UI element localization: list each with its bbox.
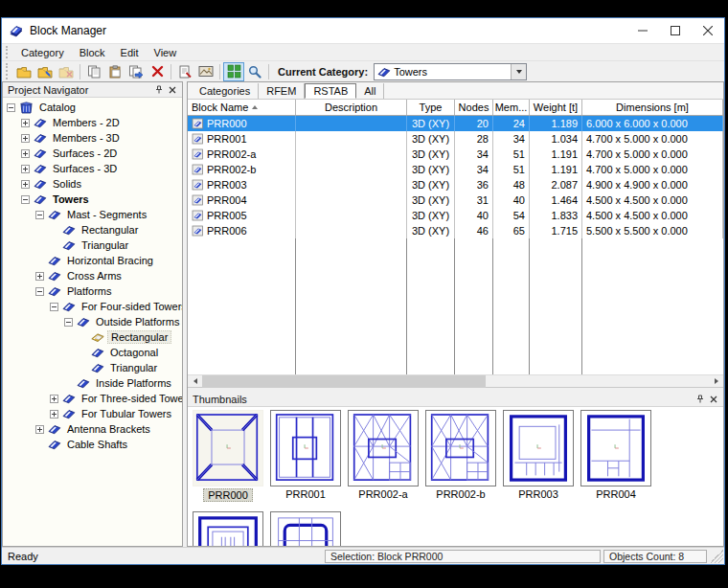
tree-item-solids[interactable]: Solids [3,176,182,192]
column-header-dimensions[interactable]: Dimensions [m] [582,100,723,115]
column-header-type[interactable]: Type [407,100,455,115]
tree-item-catalog[interactable]: Catalog [3,100,182,115]
expand-plus-icon[interactable] [21,119,30,127]
tree-item-surfaces-3d[interactable]: Surfaces - 3D [3,161,182,176]
menu-edit[interactable]: Edit [113,46,147,59]
horizontal-scrollbar[interactable] [188,374,723,387]
maximize-button[interactable] [659,18,692,43]
scroll-left-icon[interactable] [188,375,202,388]
close-icon[interactable] [707,393,720,405]
thumbnail-PRR002-b[interactable]: PRR002-b [424,410,497,502]
menu-grip[interactable] [6,46,11,59]
expand-plus-icon[interactable] [35,425,44,434]
expand-plus-icon[interactable] [21,134,30,143]
tree-item-for-three-sided-towers[interactable]: For Three-sided Towers [3,391,182,406]
tree-item-towers[interactable]: Towers [3,192,182,207]
tree-item-cable-shafts[interactable]: Cable Shafts [3,437,182,452]
tree-item-triangular[interactable]: Triangular [3,360,182,375]
copy-icon[interactable] [83,62,104,81]
expand-plus-icon[interactable] [21,165,30,173]
table-row-PRR004[interactable]: PRR0043D (XY)31401.4644.500 x 4.500 x 0.… [188,192,723,208]
thumbnail-PRR002-a[interactable]: PRR002-a [347,410,420,502]
table-row-PRR002-a[interactable]: PRR002-a3D (XY)34511.1914.700 x 5.000 x … [188,147,723,162]
column-guide-line [582,238,723,374]
tree-item-rectangular[interactable]: Rectangular [3,222,182,237]
cell-description [296,162,407,177]
tab-all[interactable]: All [356,83,384,99]
collapse-minus-icon[interactable] [7,103,15,112]
thumbnail-PRR001[interactable]: PRR001 [269,410,342,502]
table-row-PRR003[interactable]: PRR0033D (XY)36482.0874.900 x 4.900 x 0.… [188,177,723,192]
tree-item-members-2d[interactable]: Members - 2D [3,115,182,130]
tree-item-rectangular[interactable]: Rectangular [3,329,182,345]
tab-rfem[interactable]: RFEM [259,83,305,99]
column-header-name[interactable]: Block Name [188,100,296,115]
collapse-minus-icon[interactable] [50,303,58,311]
table-row-PRR002-b[interactable]: PRR002-b3D (XY)34511.1914.700 x 5.000 x … [188,162,723,177]
paste-icon[interactable] [104,62,125,81]
tree-item-members-3d[interactable]: Members - 3D [3,130,182,146]
expand-plus-icon[interactable] [21,149,30,158]
menu-block[interactable]: Block [72,46,113,59]
table-row-PRR005[interactable]: PRR0053D (XY)40541.8334.500 x 4.500 x 0.… [188,208,723,223]
grid-view-icon[interactable] [223,62,244,81]
scroll-right-icon[interactable] [709,375,723,388]
pin-icon[interactable] [152,83,166,96]
table-row-PRR001[interactable]: PRR0013D (XY)28341.0344.700 x 5.000 x 0.… [188,131,723,147]
collapse-minus-icon[interactable] [35,287,44,296]
tree-item-for-tubular-towers[interactable]: For Tubular Towers [3,406,182,421]
table-row-PRR000[interactable]: PRR0003D (XY)20241.1896.000 x 6.000 x 0.… [188,116,723,131]
expand-plus-icon[interactable] [50,410,58,418]
expand-plus-icon[interactable] [35,272,44,281]
tree-item-outside-platforms[interactable]: Outside Platforms [3,314,182,329]
scrollbar-thumb[interactable] [202,375,486,388]
tab-categories[interactable]: Categories [192,83,259,99]
picture-icon[interactable] [195,62,216,81]
thumbnail-PRR000[interactable]: PRR000 [192,410,264,502]
menu-category[interactable]: Category [13,46,72,59]
menu-view[interactable]: View [147,46,185,59]
tree-item-triangular[interactable]: Triangular [3,237,182,253]
rename-icon[interactable] [174,62,195,81]
new-category-folder-icon[interactable] [13,62,34,81]
column-header-nodes[interactable]: Nodes [455,100,493,115]
tree-item-antenna-brackets[interactable]: Antenna Brackets [3,421,182,437]
close-icon[interactable] [166,83,179,96]
column-header-weight[interactable]: Weight [t] [530,100,582,115]
thumbnail-PRR003[interactable]: PRR003 [502,410,575,502]
tree-item-surfaces-2d[interactable]: Surfaces - 2D [3,146,182,161]
collapse-minus-icon[interactable] [21,195,30,204]
tree-item-horizontal-bracing[interactable]: Horizontal Bracing [3,253,182,268]
current-category-dropdown[interactable]: Towers [374,63,527,80]
tab-rstab[interactable]: RSTAB [305,83,356,99]
thumbnail-PRR006[interactable]: PRR006 [269,511,342,546]
tree-item-platforms[interactable]: Platforms [3,283,182,299]
delete-category-folder-icon[interactable] [56,62,77,81]
expand-plus-icon[interactable] [50,395,58,403]
delete-icon[interactable] [147,62,168,81]
collapse-minus-icon[interactable] [64,318,73,327]
thumbnail-PRR004[interactable]: PRR004 [580,410,652,502]
table-row-PRR006[interactable]: PRR0063D (XY)46651.7155.500 x 5.500 x 0.… [188,223,723,238]
column-header-members[interactable]: Mem... [493,100,530,115]
scrollbar-track[interactable] [202,375,709,388]
expand-plus-icon[interactable] [21,180,30,189]
resize-grip[interactable] [710,550,723,563]
dropdown-arrow-icon[interactable] [511,64,526,79]
search-icon[interactable] [244,62,265,81]
tree-item-mast-segments[interactable]: Mast - Segments [3,207,182,222]
collapse-minus-icon[interactable] [35,211,44,219]
toolbar-grip[interactable] [6,63,11,79]
tree-item-for-four-sided-towers[interactable]: For Four-sided Towers [3,299,182,314]
tree-item-cross-arms[interactable]: Cross Arms [3,268,182,283]
tree-item-octagonal[interactable]: Octagonal [3,345,182,360]
column-header-description[interactable]: Description [296,100,407,115]
minimize-button[interactable] [626,18,659,43]
duplicate-block-icon[interactable] [125,62,147,81]
thumbnail-PRR005[interactable]: PRR005 [192,511,264,546]
tree-item-inside-platforms[interactable]: Inside Platforms [3,375,182,391]
title-bar[interactable]: Block Manager [2,18,724,43]
edit-category-folder-icon[interactable] [34,62,56,81]
close-button[interactable] [692,18,724,43]
pin-icon[interactable] [694,393,707,405]
